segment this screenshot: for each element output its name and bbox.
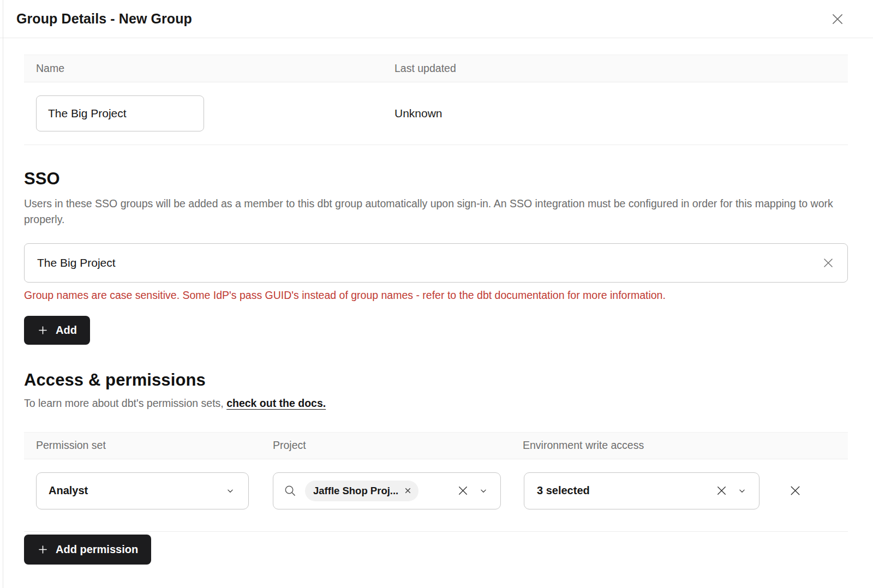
group-name-input[interactable]	[36, 95, 204, 131]
remove-project-tag-button[interactable]	[404, 487, 411, 494]
sso-description: Users in these SSO groups will be added …	[24, 196, 848, 227]
group-details-table: Name Last updated Unknown	[24, 55, 848, 145]
project-tag-label: Jaffle Shop Proj...	[313, 485, 398, 497]
search-icon	[283, 484, 297, 498]
project-select[interactable]: Jaffle Shop Proj...	[273, 472, 501, 509]
chevron-down-icon[interactable]	[737, 486, 747, 496]
clear-icon	[456, 484, 470, 497]
chevron-down-icon[interactable]	[479, 486, 488, 496]
chevron-down-icon	[225, 486, 235, 496]
environment-clear-button[interactable]	[715, 484, 728, 497]
add-sso-group-label: Add	[56, 324, 77, 337]
add-permission-label: Add permission	[56, 543, 138, 556]
modal-header: Group Details - New Group	[0, 0, 873, 38]
remove-permission-row-button[interactable]	[786, 482, 804, 500]
last-updated-value: Unknown	[394, 107, 848, 120]
page-title: Group Details - New Group	[16, 11, 192, 27]
clear-icon	[821, 256, 835, 270]
permission-set-select[interactable]: Analyst	[36, 472, 249, 509]
sso-heading: SSO	[24, 169, 848, 189]
column-header-project: Project	[273, 439, 523, 452]
group-table-row: Unknown	[24, 82, 848, 145]
remove-row-icon	[788, 483, 803, 498]
close-button[interactable]	[828, 10, 847, 28]
environment-write-access-select[interactable]: 3 selected	[524, 472, 760, 509]
permissions-table: Permission set Project Environment write…	[24, 432, 848, 532]
group-table-header: Name Last updated	[24, 55, 848, 82]
sso-section: SSO Users in these SSO groups will be ad…	[24, 169, 848, 345]
docs-link[interactable]: check out the docs.	[226, 397, 326, 409]
column-header-name: Name	[24, 62, 394, 75]
sso-group-field	[24, 243, 848, 283]
plus-icon	[37, 544, 49, 555]
clear-icon	[715, 484, 728, 497]
sso-warning-text: Group names are case sensitive. Some IdP…	[24, 289, 848, 302]
access-permissions-section: Access & permissions To learn more about…	[24, 370, 848, 565]
docs-line: To learn more about dbt's permission set…	[24, 397, 848, 410]
plus-icon	[37, 325, 49, 336]
project-tag: Jaffle Shop Proj...	[305, 481, 418, 501]
permission-row: Analyst Jaffle Shop Proj...	[24, 459, 848, 532]
add-permission-button[interactable]: Add permission	[24, 535, 151, 565]
sso-clear-button[interactable]	[821, 256, 835, 270]
docs-prefix: To learn more about dbt's permission set…	[24, 397, 224, 409]
project-clear-button[interactable]	[456, 484, 470, 497]
close-icon	[830, 11, 845, 27]
sso-group-name-input[interactable]	[25, 244, 821, 282]
add-sso-group-button[interactable]: Add	[24, 316, 90, 345]
environment-selected-count: 3 selected	[524, 484, 590, 497]
modal-left-edge	[3, 0, 3, 588]
column-header-last-updated: Last updated	[394, 62, 848, 75]
column-header-environment-write-access: Environment write access	[523, 439, 848, 452]
access-permissions-heading: Access & permissions	[24, 370, 848, 390]
permissions-table-header: Permission set Project Environment write…	[24, 432, 848, 459]
column-header-permission-set: Permission set	[24, 439, 273, 452]
permission-set-value: Analyst	[37, 484, 88, 497]
remove-tag-icon	[404, 487, 411, 494]
